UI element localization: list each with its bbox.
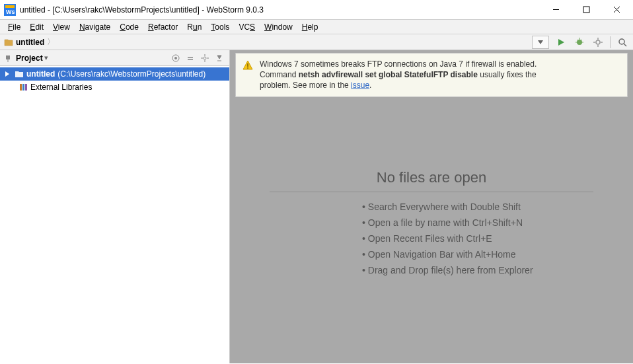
webstorm-logo-icon: Ws (4, 4, 16, 16)
title-bar: Ws untitled - [C:\Users\rakc\WebstormPro… (0, 0, 633, 20)
svg-rect-31 (25, 84, 27, 91)
hint-open-file: • Open a file by name with Ctrl+Shift+N (230, 217, 633, 228)
empty-editor-state: No files are open • Search Everywhere wi… (230, 169, 633, 281)
project-path: (C:\Users\rakc\WebstormProjects\untitled… (57, 69, 205, 79)
collapse-all-button[interactable] (184, 52, 196, 64)
svg-rect-29 (20, 84, 22, 91)
menu-run[interactable]: Run (183, 21, 205, 33)
hint-search-everywhere: • Search Everywhere with Double Shift (230, 201, 633, 212)
svg-point-18 (619, 39, 624, 44)
svg-point-13 (596, 40, 600, 44)
autoscroll-to-source-button[interactable] (170, 52, 182, 64)
svg-point-33 (247, 67, 248, 69)
notification-issue-link[interactable]: issue (351, 81, 369, 90)
svg-rect-20 (6, 55, 10, 59)
project-tree[interactable]: untitled (C:\Users\rakc\WebstormProjects… (0, 66, 229, 363)
project-tool-window: Project ▾ untitled (C:\Users\rakc\Websto… (0, 50, 230, 363)
hint-drag-drop: • Drag and Drop file(s) here from Explor… (230, 265, 633, 275)
run-settings-button[interactable] (591, 36, 605, 49)
svg-rect-4 (583, 7, 589, 13)
svg-point-23 (174, 57, 177, 59)
menu-file[interactable]: File (4, 21, 24, 33)
navigation-bar: untitled 〉 (0, 34, 633, 50)
svg-line-12 (581, 40, 582, 41)
empty-heading: No files are open (230, 169, 633, 186)
menu-window[interactable]: Window (260, 21, 297, 33)
editor-area[interactable]: Windows 7 sometimes breaks FTP connectio… (230, 50, 633, 363)
chevron-right-icon[interactable] (4, 71, 11, 77)
notification-panel: Windows 7 sometimes breaks FTP connectio… (235, 53, 628, 97)
breadcrumb-root[interactable]: untitled (16, 38, 44, 47)
window-title: untitled - [C:\Users\rakc\WebstormProjec… (20, 5, 540, 15)
folder-icon (15, 69, 24, 79)
menu-help[interactable]: Help (298, 21, 322, 33)
libraries-icon (19, 83, 28, 92)
svg-rect-1 (5, 5, 15, 8)
tree-external-libraries[interactable]: External Libraries (0, 81, 229, 94)
menu-bar: File Edit View Navigate Code Refactor Ru… (0, 20, 633, 34)
chevron-right-icon: 〉 (47, 36, 55, 48)
minimize-button[interactable] (540, 1, 571, 19)
menu-edit[interactable]: Edit (26, 21, 48, 33)
search-everywhere-button[interactable] (616, 36, 629, 49)
maximize-button[interactable] (571, 1, 601, 19)
chevron-down-icon[interactable]: ▾ (44, 54, 48, 62)
project-tool-title[interactable]: Project (16, 54, 43, 63)
hint-nav-bar: • Open Navigation Bar with Alt+Home (230, 249, 633, 260)
menu-navigate[interactable]: Navigate (75, 21, 114, 33)
debug-button[interactable] (573, 36, 586, 49)
menu-code[interactable]: Code (116, 21, 143, 33)
tool-settings-button[interactable] (199, 52, 211, 64)
external-libraries-label: External Libraries (30, 83, 92, 92)
hide-tool-button[interactable] (213, 52, 225, 64)
svg-line-19 (624, 44, 626, 46)
warning-icon (242, 60, 253, 71)
svg-line-11 (577, 40, 578, 41)
svg-rect-30 (22, 84, 24, 91)
run-config-dropdown[interactable] (532, 36, 549, 49)
project-tool-header: Project ▾ (0, 50, 229, 66)
svg-point-24 (204, 57, 206, 59)
project-name: untitled (26, 69, 55, 79)
svg-text:Ws: Ws (6, 9, 15, 15)
run-button[interactable] (554, 36, 568, 49)
menu-refactor[interactable]: Refactor (144, 21, 182, 33)
tree-project-root[interactable]: untitled (C:\Users\rakc\WebstormProjects… (0, 67, 229, 81)
close-button[interactable] (601, 1, 632, 19)
menu-vcs[interactable]: VCS (235, 21, 259, 33)
notification-text: Windows 7 sometimes breaks FTP connectio… (260, 59, 537, 91)
menu-view[interactable]: View (49, 21, 74, 33)
pin-icon[interactable] (4, 54, 12, 62)
divider (270, 192, 593, 192)
hint-recent-files: • Open Recent Files with Ctrl+E (230, 233, 633, 244)
menu-tools[interactable]: Tools (207, 21, 233, 33)
folder-icon (4, 38, 13, 47)
